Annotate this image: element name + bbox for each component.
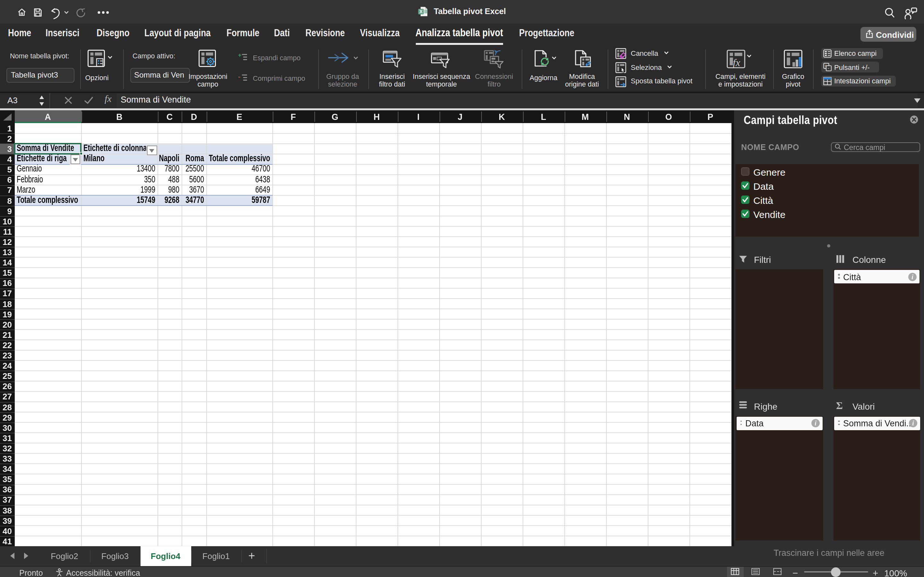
svg-text:-: - — [827, 65, 829, 71]
svg-text:i: i — [814, 420, 816, 427]
svg-text:-: - — [238, 74, 240, 81]
svg-text:i: i — [911, 273, 913, 280]
svg-text:X: X — [420, 9, 423, 14]
svg-text:i: i — [912, 420, 914, 427]
svg-text:+: + — [238, 53, 242, 58]
svg-text:fx: fx — [733, 57, 740, 68]
